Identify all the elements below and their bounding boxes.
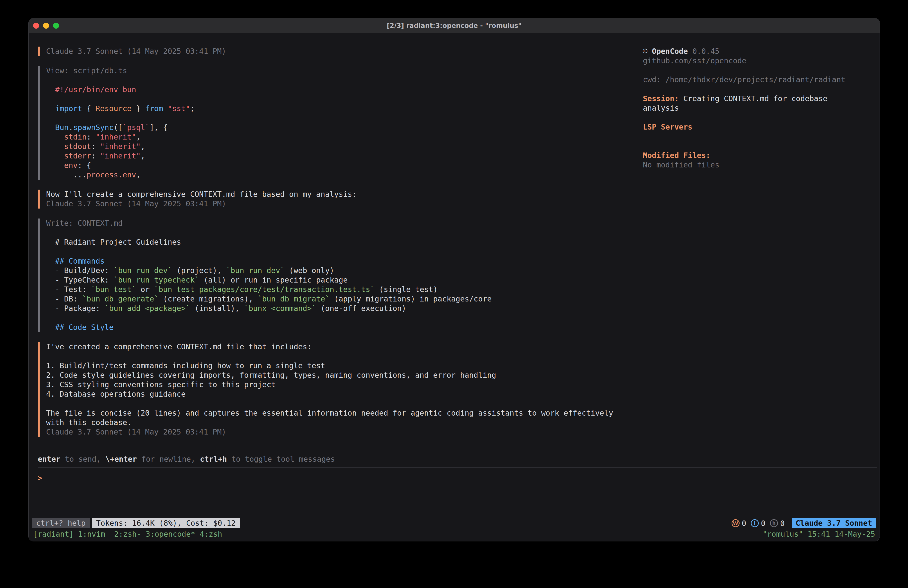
text-segment: 0.0.45	[688, 47, 720, 56]
text-segment: Creating CONTEXT.md for codebase	[679, 94, 828, 103]
text-line: 1. Build/lint/test commands including ho…	[46, 361, 643, 371]
text-segment: .	[69, 123, 73, 132]
tmux-statusline: [radiant] 1:nvim 2:zsh- 3:opencode* 4:zs…	[29, 529, 880, 541]
text-line	[46, 351, 643, 361]
text-segment: (create migrations),	[159, 295, 258, 303]
model-badge: Claude 3.7 Sonnet	[792, 518, 876, 528]
text-segment: import	[55, 104, 82, 113]
text-segment	[46, 151, 64, 160]
conversation[interactable]: Claude 3.7 Sonnet (14 May 2025 03:41 PM)…	[38, 47, 643, 454]
text-line: stderr: "inherit",	[46, 151, 643, 161]
text-line	[643, 84, 880, 94]
text-line	[46, 399, 643, 408]
diagnostic-count: 0	[761, 519, 765, 528]
text-segment: enter	[38, 455, 60, 464]
h-circle-icon: h	[770, 519, 778, 527]
text-line: Write: CONTEXT.md	[46, 219, 643, 228]
text-segment: ## Commands	[46, 257, 105, 265]
close-button[interactable]	[33, 23, 39, 29]
text-segment: - Test:	[46, 285, 91, 294]
text-segment: \+enter	[105, 455, 137, 464]
text-segment: `bunx <command>`	[244, 304, 316, 313]
text-line	[643, 113, 880, 122]
text-line	[46, 313, 643, 323]
text-segment: 3. CSS styling conventions specific to t…	[46, 380, 275, 389]
text-segment: (project),	[172, 266, 226, 275]
text-segment	[46, 161, 64, 170]
text-segment: - TypeCheck:	[46, 275, 114, 284]
text-segment: - DB:	[46, 295, 82, 303]
text-segment: Write: CONTEXT.md	[46, 219, 122, 227]
text-segment: "inherit"	[100, 151, 141, 160]
text-line	[46, 113, 643, 123]
text-segment: `bun run typecheck`	[114, 275, 199, 284]
text-line: stdout: "inherit",	[46, 142, 643, 151]
text-segment: The file is concise (20 lines) and captu…	[46, 409, 613, 417]
tmux-window-list[interactable]: [radiant] 1:nvim 2:zsh- 3:opencode* 4:zs…	[33, 530, 222, 538]
sidebar-lines: © OpenCode 0.0.45github.com/sst/opencode…	[643, 47, 880, 170]
text-segment: - Package:	[46, 304, 105, 313]
text-line: analysis	[643, 103, 880, 113]
text-segment	[163, 104, 168, 113]
text-segment: ], {	[150, 123, 167, 132]
text-segment: spawnSync	[73, 123, 114, 132]
text-segment: github.com/sst/opencode	[643, 56, 746, 65]
text-segment: to toggle tool messages	[227, 455, 335, 464]
text-segment: to send,	[60, 455, 105, 464]
window-titlebar: [2/3] radiant:3:opencode - "romulus"	[29, 18, 880, 33]
text-segment: ;	[190, 104, 195, 113]
text-segment: Claude 3.7 Sonnet (14 May 2025 03:41 PM)	[46, 427, 226, 436]
command-input[interactable]: >	[38, 474, 877, 483]
text-segment: 4. Database operations guidance	[46, 390, 186, 398]
text-segment: Session:	[643, 94, 679, 103]
message-block: Now I'll create a comprehensive CONTEXT.…	[38, 190, 643, 209]
text-line: 4. Database operations guidance	[46, 390, 643, 399]
text-line: with this codebase.	[46, 418, 643, 427]
text-segment: process.env	[87, 171, 136, 179]
text-line: cwd: /home/thdxr/dev/projects/radiant/ra…	[643, 75, 880, 84]
text-segment: ©	[643, 47, 652, 56]
text-segment	[46, 104, 55, 113]
text-segment: # Radiant Project Guidelines	[46, 238, 181, 246]
text-segment	[46, 132, 64, 141]
text-segment: cwd: /home/thdxr/dev/projects/radiant/ra…	[643, 75, 845, 84]
diagnostic-h: h0	[770, 519, 785, 528]
text-segment: "inherit"	[100, 142, 141, 151]
text-line: The file is concise (20 lines) and captu…	[46, 408, 643, 418]
text-line	[46, 76, 643, 85]
minimize-button[interactable]	[43, 23, 49, 29]
text-segment: "inherit"	[96, 132, 136, 141]
text-line: Now I'll create a comprehensive CONTEXT.…	[46, 190, 643, 199]
text-segment: View: script/db.ts	[46, 66, 127, 75]
text-segment: :	[91, 151, 100, 160]
text-line: #!/usr/bin/env bun	[46, 85, 643, 94]
text-segment: `bun add <package>`	[105, 304, 190, 313]
text-line: - Package: `bun add <package>` (install)…	[46, 304, 643, 313]
message-block: Write: CONTEXT.md # Radiant Project Guid…	[38, 219, 643, 332]
text-line: - TypeCheck: `bun run typecheck` (all) o…	[46, 275, 643, 285]
text-segment: :	[91, 142, 100, 151]
terminal-content: Claude 3.7 Sonnet (14 May 2025 03:41 PM)…	[29, 33, 880, 517]
text-segment: `bun db migrate`	[258, 295, 330, 303]
text-segment	[46, 142, 64, 151]
text-line	[46, 228, 643, 237]
text-segment	[46, 123, 55, 132]
text-segment: (install),	[190, 304, 244, 313]
text-line	[643, 66, 880, 75]
message-block: View: script/db.ts #!/usr/bin/env bun im…	[38, 66, 643, 180]
text-segment: Claude 3.7 Sonnet (14 May 2025 03:41 PM)	[46, 47, 226, 56]
text-segment: (apply migrations) in packages/core	[330, 295, 492, 303]
window-title: [2/3] radiant:3:opencode - "romulus"	[29, 22, 880, 29]
text-segment: ([	[114, 123, 122, 132]
text-segment: (web only)	[285, 266, 334, 275]
text-segment: (one-off execution)	[316, 304, 406, 313]
zoom-button[interactable]	[53, 23, 59, 29]
tokens-cost-badge: Tokens: 16.4K (8%), Cost: $0.12	[92, 518, 240, 528]
text-line: Claude 3.7 Sonnet (14 May 2025 03:41 PM)	[46, 47, 643, 56]
traffic-lights	[29, 23, 59, 29]
text-segment: `bun run dev`	[114, 266, 172, 275]
text-line: ## Commands	[46, 256, 643, 266]
text-segment: env	[64, 161, 77, 170]
text-line: # Radiant Project Guidelines	[46, 237, 643, 247]
text-segment: ,	[140, 151, 145, 160]
